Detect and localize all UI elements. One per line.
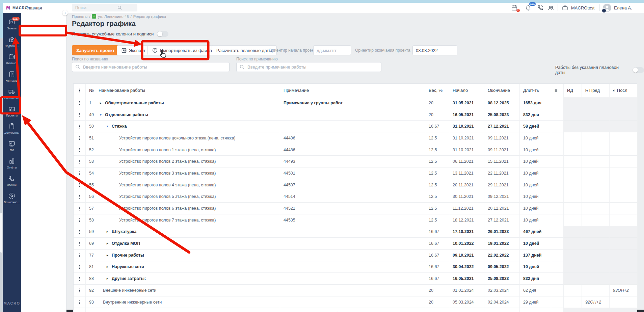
start-date-cell[interactable]: 31.10.2021 (449, 144, 484, 156)
sidebar-collapse-button[interactable]: ‹ (62, 10, 68, 16)
expand-arrow-icon[interactable]: ▾ (100, 113, 105, 116)
weight-cell[interactable]: 12,5 (425, 214, 449, 226)
end-date-cell[interactable]: 25.08.2023 (484, 273, 519, 285)
id-cell[interactable] (563, 144, 582, 156)
sidebar-item-kontakty[interactable]: Контакты (3, 68, 21, 85)
row-menu-icon[interactable] (77, 241, 82, 246)
id-cell[interactable] (563, 132, 582, 144)
table-row[interactable]: 51 Устройство пирогов полов цокольного э… (74, 132, 637, 144)
menu-item[interactable] (25, 18, 63, 21)
table-row[interactable]: 56 Устройство пирогов полов 5 этажа (пен… (74, 191, 637, 203)
successor-cell[interactable] (609, 250, 637, 261)
col-start[interactable]: Начало (449, 84, 484, 97)
end-date-cell[interactable]: 09.05.2022 (484, 261, 519, 273)
search-by-name-input[interactable] (72, 62, 230, 72)
successor-cell[interactable] (609, 144, 637, 156)
list-cell[interactable] (551, 156, 563, 167)
successor-cell[interactable] (609, 296, 637, 308)
weight-cell[interactable]: 12,5 (425, 156, 449, 167)
row-menu-icon[interactable] (77, 206, 82, 211)
sidebar-item-proekty[interactable]: Проекты (3, 103, 21, 120)
id-cell[interactable] (563, 308, 582, 312)
work-name-cell[interactable]: Устройство пирогов полов 1 этажа (пена, … (95, 144, 280, 156)
menu-item[interactable] (25, 47, 63, 49)
note-cell[interactable]: 44493 (280, 156, 425, 167)
row-menu-icon[interactable] (77, 147, 82, 152)
id-cell[interactable] (563, 261, 582, 273)
id-cell[interactable] (563, 250, 582, 261)
duration-cell[interactable]: 832 дня (519, 109, 551, 121)
predecessor-cell[interactable] (582, 203, 609, 214)
predecessor-cell[interactable] (582, 179, 609, 191)
project-end-input[interactable] (412, 45, 457, 55)
list-cell[interactable] (551, 121, 563, 132)
predecessor-cell[interactable] (582, 238, 609, 250)
start-date-cell[interactable]: 01.01.2024 (449, 285, 484, 296)
list-cell[interactable] (551, 132, 563, 144)
row-menu-icon[interactable] (77, 194, 82, 199)
weight-cell[interactable]: 20 (425, 97, 449, 109)
predecessor-cell[interactable] (582, 156, 609, 167)
predecessor-cell[interactable] (582, 167, 609, 179)
end-date-cell[interactable]: 09.11.2021 (484, 144, 519, 156)
id-cell[interactable] (563, 156, 582, 167)
id-cell[interactable] (563, 109, 582, 121)
col-name[interactable]: Наименование работы (95, 84, 280, 97)
table-row[interactable]: 53 Устройство пирогов полов 2 этажа (пен… (74, 156, 637, 167)
work-name-cell[interactable]: ▸Доходная часть (95, 308, 280, 312)
id-cell[interactable] (563, 97, 582, 109)
duration-cell[interactable]: 10 дней (519, 167, 551, 179)
col-pred[interactable]: |◂Пред (582, 84, 609, 97)
end-date-cell[interactable]: 22.02.2022 (484, 250, 519, 261)
list-cell[interactable] (551, 97, 563, 109)
note-cell[interactable]: 44486 (280, 132, 425, 144)
start-date-cell[interactable]: 17.10.2021 (449, 226, 484, 238)
list-cell[interactable] (551, 273, 563, 285)
calc-planned-dates-button[interactable]: Рассчитать плановые даты (212, 45, 277, 55)
predecessor-cell[interactable] (582, 226, 609, 238)
row-menu-icon[interactable] (77, 159, 82, 164)
duration-cell[interactable]: 467 дней (519, 226, 551, 238)
duration-cell[interactable]: 29 дней (519, 296, 551, 308)
row-menu-icon[interactable] (77, 182, 82, 187)
predecessor-cell[interactable] (582, 109, 609, 121)
successor-cell[interactable] (609, 167, 637, 179)
start-date-cell[interactable]: 30.11.2021 (449, 191, 484, 203)
start-date-cell[interactable]: 18.12.2021 (449, 214, 484, 226)
expand-arrow-icon[interactable]: ▸ (100, 101, 105, 105)
start-date-cell[interactable]: 06.11.2021 (449, 156, 484, 167)
id-cell[interactable] (563, 121, 582, 132)
expand-arrow-icon[interactable]: ▸ (107, 254, 112, 257)
row-menu-icon[interactable] (77, 171, 82, 176)
col-dur[interactable]: Длит-ть (519, 84, 551, 97)
header-menu-icon[interactable] (77, 88, 82, 93)
note-cell[interactable] (280, 285, 425, 296)
row-menu-icon[interactable] (77, 124, 82, 129)
start-date-cell[interactable]: 09.10.2021 (449, 250, 484, 261)
row-menu-icon[interactable] (77, 264, 82, 269)
list-cell[interactable] (551, 203, 563, 214)
note-cell[interactable]: 44486 (280, 144, 425, 156)
table-row[interactable]: 52 Устройство пирогов полов 1 этажа (пен… (74, 144, 637, 156)
work-name-cell[interactable]: Устройство пирогов полов 6 этажа (пена, … (95, 203, 280, 214)
weight-cell[interactable]: 12,5 (425, 167, 449, 179)
table-row[interactable]: 92 Внешние инженерные сети 20 01.01.2024… (74, 285, 637, 296)
note-cell[interactable]: Примечание у группы работ (280, 308, 425, 312)
table-row[interactable]: 49 ▾Отделочные работы 20 16.05.2021 25.0… (74, 109, 637, 121)
menu-item[interactable] (25, 23, 63, 25)
note-cell[interactable] (280, 238, 425, 250)
successor-cell[interactable] (609, 273, 637, 285)
weight-cell[interactable]: 20 (425, 296, 449, 308)
id-cell[interactable] (563, 167, 582, 179)
row-menu-icon[interactable] (77, 276, 82, 281)
start-date-cell[interactable]: 13.11.2021 (449, 167, 484, 179)
id-cell[interactable] (563, 296, 582, 308)
row-menu-icon[interactable] (77, 300, 82, 305)
predecessor-cell[interactable] (582, 191, 609, 203)
col-weight[interactable]: Вес, % (425, 84, 449, 97)
weight-cell[interactable]: 20 (425, 109, 449, 121)
duration-cell[interactable]: 58 дней (519, 121, 551, 132)
end-date-cell[interactable]: 02.04.2024 (484, 296, 519, 308)
columns-toggle[interactable] (157, 31, 168, 37)
start-date-cell[interactable]: 20.04.2023 (449, 308, 484, 312)
